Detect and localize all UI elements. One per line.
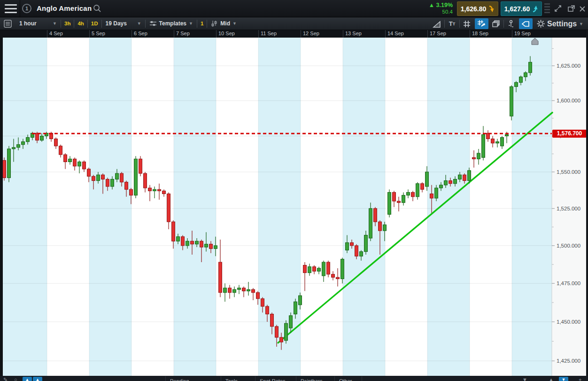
date-label: 6 Sep	[134, 31, 147, 36]
hash-draw-icon[interactable]	[475, 18, 488, 29]
date-label: 5 Sep	[92, 31, 105, 36]
buy-price: 1,627.60	[504, 5, 530, 13]
divider	[20, 0, 20, 17]
date-label: 12 Sep	[303, 31, 319, 36]
chart-number-badge[interactable]: 1	[22, 4, 31, 13]
bottom-tab-pending[interactable]: Pending	[170, 378, 189, 381]
bottom-tab-paintbars[interactable]: Paintbars	[301, 378, 322, 381]
left-window-edge	[0, 30, 3, 376]
date-separator	[427, 30, 428, 38]
chevron-down-icon: ▼	[53, 21, 57, 26]
quick-timeframe-3h[interactable]: 3h	[61, 21, 74, 26]
chart-canvas[interactable]: 1,625.0001,600.0001,575.0001,550.0001,52…	[0, 38, 588, 376]
change-points: 50.4	[429, 8, 453, 15]
popout-window-icon[interactable]	[566, 4, 577, 14]
price-change-block: ▲ 3.19% 50.4	[429, 2, 453, 15]
right-window-edge	[586, 30, 588, 381]
bottom-tab-tools[interactable]: Tools	[225, 378, 238, 381]
date-separator	[174, 30, 174, 38]
date-label: 10 Sep	[218, 31, 235, 36]
trendline-tool-icon[interactable]	[430, 18, 444, 29]
date-label: 14 Sep	[387, 31, 404, 36]
svg-text:1,600.000: 1,600.000	[557, 98, 580, 103]
date-separator	[512, 30, 512, 38]
buy-price-button[interactable]: 1,627.60	[501, 1, 542, 16]
timeframe-value: 1 hour	[19, 20, 37, 27]
maximize-icon[interactable]	[553, 4, 564, 14]
price-type-dropdown[interactable]: Mid ▼	[207, 17, 240, 30]
toolbar-right-tools: TT Settings ▼	[430, 17, 587, 30]
date-separator	[470, 30, 470, 38]
range-value: 19 Days	[106, 20, 127, 27]
quick-timeframe-4h[interactable]: 4h	[74, 21, 87, 26]
circle-icon[interactable]: ○	[14, 377, 17, 381]
quick-timeframe-1d[interactable]: 1D	[88, 21, 101, 26]
pencil-icon[interactable]: ✎	[3, 377, 8, 381]
bottom-tab-spot-rates[interactable]: Spot Rates	[260, 378, 285, 381]
text-tool-icon[interactable]: TT	[445, 18, 459, 29]
date-label: 7 Sep	[176, 31, 190, 36]
svg-text:1,450.000: 1,450.000	[557, 319, 580, 325]
date-separator	[385, 30, 386, 38]
sliders-icon	[149, 20, 157, 27]
svg-text:1,425.000: 1,425.000	[557, 358, 580, 364]
sell-down-arrow-icon	[488, 5, 495, 13]
grid-icon[interactable]	[460, 18, 474, 29]
change-up-arrow-icon: ▲	[429, 2, 434, 8]
date-label: 19 Sep	[514, 31, 531, 36]
plus-icon[interactable]: +	[579, 377, 581, 381]
instrument-title: Anglo American	[37, 4, 92, 12]
date-label: 4 Sep	[49, 31, 63, 36]
chevron-down-icon: ▼	[189, 21, 193, 26]
arrow-down-button[interactable]: ▼	[559, 377, 568, 381]
arrow-icon[interactable]: ▲	[549, 377, 554, 381]
top-bar: 1 Anglo American ▲ 3.19% 50.4 1,626.80 1…	[0, 0, 588, 17]
svg-text:1,475.000: 1,475.000	[557, 280, 580, 286]
bottom-tab-other[interactable]: Other	[339, 378, 352, 381]
date-separator	[343, 30, 343, 38]
layers-icon[interactable]	[489, 18, 503, 29]
shape-tag-icon[interactable]	[519, 18, 533, 29]
date-separator	[216, 30, 217, 38]
date-axis[interactable]: 4 Sep5 Sep6 Sep7 Sep10 Sep11 Sep12 Sep13…	[0, 30, 588, 38]
chevron-down-icon: ▼	[579, 22, 583, 26]
chart-type-list-icon[interactable]	[0, 17, 15, 30]
templates-label: Templates	[159, 20, 186, 27]
pin-tool-icon[interactable]	[504, 18, 518, 29]
search-icon[interactable]	[93, 4, 101, 15]
date-label: 13 Sep	[345, 31, 362, 36]
trading-app-window: 1 Anglo American ▲ 3.19% 50.4 1,626.80 1…	[0, 0, 588, 381]
sell-price-button[interactable]: 1,626.80	[457, 1, 498, 16]
svg-text:1,625.000: 1,625.000	[557, 63, 580, 69]
window-grip-icon[interactable]	[544, 3, 550, 15]
range-dropdown[interactable]: 19 Days ▼	[102, 17, 145, 30]
buy-up-arrow-icon	[532, 5, 538, 13]
svg-text:1,550.000: 1,550.000	[557, 169, 580, 175]
date-label: 18 Sep	[472, 31, 488, 36]
chevron-down-icon: ▼	[137, 21, 141, 26]
settings-label: Settings	[547, 20, 577, 28]
svg-text:1,525.000: 1,525.000	[557, 206, 580, 211]
date-label: 11 Sep	[261, 31, 277, 36]
arrow-up-button[interactable]: ▲	[23, 377, 32, 381]
date-separator	[89, 30, 90, 38]
date-separator	[258, 30, 259, 38]
gear-icon	[537, 20, 545, 28]
price-line-flag[interactable]: 1,576.700	[552, 130, 587, 138]
arrow-up-button[interactable]: ▲	[33, 377, 42, 381]
close-icon[interactable]	[579, 4, 588, 14]
timeframe-dropdown[interactable]: 1 hour ▼	[15, 17, 61, 30]
bar-width-button[interactable]: 1	[197, 21, 207, 26]
hamburger-menu-icon[interactable]	[5, 4, 17, 13]
candlestick-icon	[211, 20, 218, 27]
date-label: 17 Sep	[430, 31, 446, 36]
templates-dropdown[interactable]: Templates ▼	[146, 17, 197, 30]
svg-text:1,500.000: 1,500.000	[557, 243, 580, 249]
settings-dropdown[interactable]: Settings ▼	[533, 20, 587, 28]
change-percent: 3.19%	[436, 2, 453, 8]
price-type-value: Mid	[220, 20, 230, 27]
arrow-down-icon[interactable]: ▼	[522, 377, 527, 381]
bottom-toolbar: ✎ ○ ▲ ▲ Pending Tools Spot Rates Paintba…	[0, 376, 588, 381]
date-separator	[301, 30, 301, 38]
sell-price: 1,626.80	[461, 5, 487, 13]
